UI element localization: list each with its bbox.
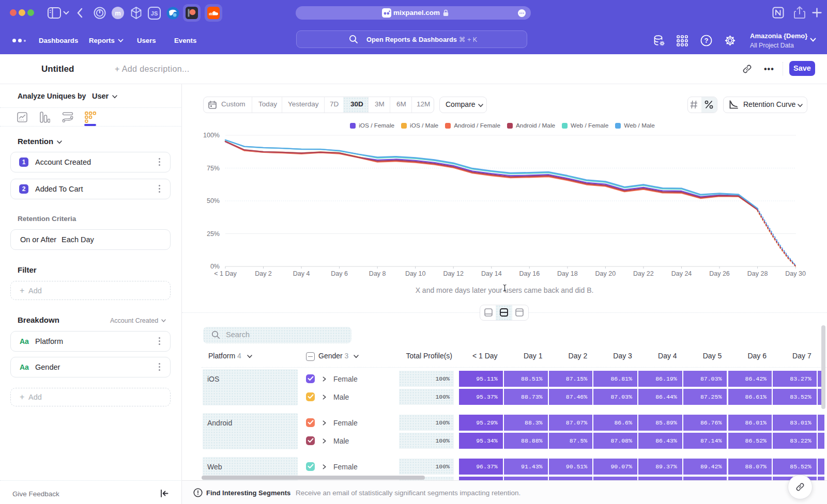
svg-text:Day 10: Day 10 <box>405 270 426 277</box>
svg-text:0%: 0% <box>210 263 220 270</box>
svg-text:100%: 100% <box>203 132 220 139</box>
svg-text:75%: 75% <box>207 165 220 172</box>
svg-text:Day 16: Day 16 <box>519 270 540 277</box>
svg-text:25%: 25% <box>207 230 220 238</box>
svg-text:Day 18: Day 18 <box>557 270 578 277</box>
svg-text:JS: JS <box>151 10 158 17</box>
svg-text:Day 28: Day 28 <box>747 270 768 277</box>
svg-text:Day 14: Day 14 <box>481 270 502 277</box>
svg-text:< 1 Day: < 1 Day <box>214 270 237 277</box>
svg-text:Day 26: Day 26 <box>709 270 730 277</box>
svg-text:?: ? <box>705 37 709 44</box>
svg-text:Day 6: Day 6 <box>331 270 348 277</box>
svg-text:Day 8: Day 8 <box>369 270 386 277</box>
svg-text:Day 2: Day 2 <box>255 270 272 277</box>
svg-text:Day 12: Day 12 <box>443 270 464 277</box>
svg-text:Day 4: Day 4 <box>293 270 310 277</box>
svg-text:Day 30: Day 30 <box>785 270 806 277</box>
svg-text:m: m <box>115 9 121 17</box>
svg-text:Day 24: Day 24 <box>671 270 692 277</box>
svg-text:50%: 50% <box>207 197 220 204</box>
svg-text:Day 20: Day 20 <box>595 270 616 277</box>
svg-text:Day 22: Day 22 <box>633 270 654 277</box>
